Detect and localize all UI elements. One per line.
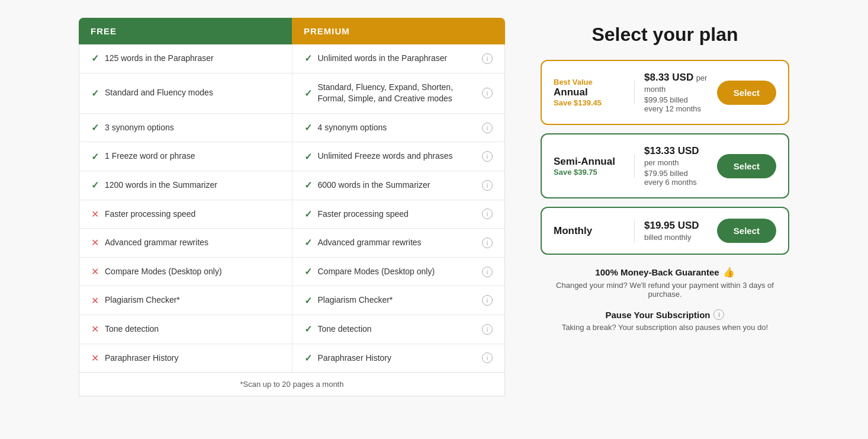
annual-divider <box>634 81 635 104</box>
annual-pricing: $8.33 USD per month $99.95 billed every … <box>644 72 708 113</box>
table-row: ✕Faster processing speed✓Faster processi… <box>79 200 504 229</box>
info-icon[interactable]: i <box>482 353 493 363</box>
monthly-divider <box>634 219 635 243</box>
premium-cell-text: Standard, Fluency, Expand, Shorten, Form… <box>318 82 477 105</box>
check-icon: ✓ <box>304 122 312 133</box>
monthly-plan-card: Monthly $19.95 USD billed monthly Select <box>541 207 789 255</box>
table-row: ✓1 Freeze word or phrase✓Unlimited Freez… <box>79 142 504 171</box>
cross-icon: ✕ <box>91 323 99 335</box>
guarantee-section: 100% Money-Back Guarantee 👍 Changed your… <box>541 267 789 299</box>
premium-cell-text: 4 synonym options <box>318 122 387 134</box>
free-cell-text: 1 Freeze word or phrase <box>105 150 195 162</box>
table-row: ✓125 words in the Paraphraser✓Unlimited … <box>79 44 504 73</box>
monthly-price-amount: $19.95 USD <box>644 220 699 231</box>
semi-annual-plan-card: Semi-Annual Save $39.75 $13.33 USD per m… <box>541 133 789 198</box>
semi-annual-save: Save $39.75 <box>554 168 625 177</box>
cell-premium-5: ✓Faster processing speedi <box>292 200 505 229</box>
cell-free-6: ✕Advanced grammar rewrites <box>79 229 292 257</box>
cell-free-8: ✕Plagiarism Checker* <box>79 286 292 315</box>
check-icon: ✓ <box>91 53 99 64</box>
semi-annual-select-button[interactable]: Select <box>717 154 776 178</box>
info-icon[interactable]: i <box>482 209 493 219</box>
info-icon[interactable]: i <box>482 295 493 306</box>
info-icon[interactable]: i <box>482 151 493 162</box>
pause-section: Pause Your Subscription i Taking a break… <box>541 309 789 332</box>
cell-free-0: ✓125 words in the Paraphraser <box>79 44 292 73</box>
check-icon: ✓ <box>304 323 312 335</box>
cell-premium-10: ✓Paraphraser Historyi <box>292 344 505 373</box>
cell-free-10: ✕Paraphraser History <box>79 344 292 373</box>
annual-plan-card: Best Value Annual Save $139.45 $8.33 USD… <box>541 60 789 125</box>
cross-icon: ✕ <box>91 353 99 364</box>
info-icon[interactable]: i <box>482 53 493 64</box>
check-icon: ✓ <box>91 88 99 99</box>
check-icon: ✓ <box>304 237 312 248</box>
cross-icon: ✕ <box>91 266 99 277</box>
cell-free-5: ✕Faster processing speed <box>79 200 292 229</box>
table-row: ✕Paraphraser History✓Paraphraser History… <box>79 344 504 373</box>
cross-icon: ✕ <box>91 237 99 248</box>
premium-cell-text: Unlimited words in the Paraphraser <box>318 53 448 65</box>
annual-billed: $99.95 billed every 12 months <box>644 95 708 113</box>
cell-premium-6: ✓Advanced grammar rewritesi <box>292 229 505 257</box>
check-icon: ✓ <box>91 180 99 191</box>
check-icon: ✓ <box>304 295 312 306</box>
annual-select-button[interactable]: Select <box>717 81 776 105</box>
premium-cell-text: Faster processing speed <box>318 209 409 220</box>
free-cell-text: Compare Modes (Desktop only) <box>105 266 222 278</box>
pause-info-icon[interactable]: i <box>713 309 724 320</box>
thumbs-up-icon: 👍 <box>723 267 735 278</box>
free-label: FREE <box>91 26 117 36</box>
semi-annual-pricing: $13.33 USD per month $79.95 billed every… <box>644 145 708 187</box>
semi-annual-price-line: $13.33 USD per month <box>644 145 708 168</box>
check-icon: ✓ <box>91 151 99 162</box>
info-icon[interactable]: i <box>482 238 493 248</box>
cell-free-4: ✓1200 words in the Summarizer <box>79 171 292 200</box>
free-cell-text: Faster processing speed <box>105 209 195 220</box>
plan-title: Select your plan <box>541 24 789 46</box>
cell-premium-8: ✓Plagiarism Checker*i <box>292 286 505 315</box>
cell-free-1: ✓Standard and Fluency modes <box>79 73 292 113</box>
monthly-plan-name: Monthly <box>554 225 625 237</box>
monthly-pricing: $19.95 USD billed monthly <box>644 220 708 242</box>
monthly-select-button[interactable]: Select <box>717 219 776 243</box>
cell-free-7: ✕Compare Modes (Desktop only) <box>79 258 292 286</box>
comparison-table: FREE PREMIUM ✓125 words in the Paraphras… <box>79 18 505 396</box>
table-row: ✓Standard and Fluency modes✓Standard, Fl… <box>79 73 504 114</box>
cross-icon: ✕ <box>91 209 99 220</box>
pause-title-text: Pause Your Subscription <box>606 310 711 320</box>
cell-premium-4: ✓6000 words in the Summarizeri <box>292 171 505 200</box>
table-row: ✕Plagiarism Checker*✓Plagiarism Checker*… <box>79 286 504 315</box>
cell-premium-0: ✓Unlimited words in the Paraphraseri <box>292 44 505 73</box>
info-icon[interactable]: i <box>482 267 493 277</box>
check-icon: ✓ <box>304 151 312 162</box>
check-icon: ✓ <box>304 53 312 64</box>
guarantee-title: 100% Money-Back Guarantee 👍 <box>541 267 789 278</box>
plan-selector: Select your plan Best Value Annual Save … <box>541 18 789 332</box>
free-column-header: FREE <box>79 18 292 44</box>
check-icon: ✓ <box>304 353 312 364</box>
info-icon[interactable]: i <box>482 324 493 335</box>
annual-price-amount: $8.33 USD <box>644 72 693 83</box>
semi-annual-divider <box>634 154 635 178</box>
info-icon[interactable]: i <box>482 180 493 191</box>
semi-annual-billed: $79.95 billed every 6 months <box>644 169 708 187</box>
semi-annual-price-amount: $13.33 USD <box>644 145 699 156</box>
info-icon[interactable]: i <box>482 123 493 133</box>
cell-free-9: ✕Tone detection <box>79 315 292 344</box>
monthly-price-line: $19.95 USD billed monthly <box>644 220 708 242</box>
premium-cell-text: Unlimited Freeze words and phrases <box>318 150 453 162</box>
monthly-price-period: billed monthly <box>644 233 692 242</box>
free-cell-text: Tone detection <box>105 323 159 335</box>
table-body: ✓125 words in the Paraphraser✓Unlimited … <box>79 44 505 373</box>
table-row: ✕Tone detection✓Tone detectioni <box>79 315 504 344</box>
info-icon[interactable]: i <box>482 88 493 98</box>
check-icon: ✓ <box>304 209 312 220</box>
check-icon: ✓ <box>91 122 99 133</box>
annual-plan-name: Annual <box>554 86 625 98</box>
guarantee-text: Changed your mind? We'll refund your pay… <box>541 281 789 299</box>
premium-cell-text: Advanced grammar rewrites <box>318 237 422 249</box>
guarantee-title-text: 100% Money-Back Guarantee <box>595 267 719 277</box>
free-cell-text: Advanced grammar rewrites <box>105 237 208 249</box>
cell-premium-1: ✓Standard, Fluency, Expand, Shorten, For… <box>292 73 505 113</box>
